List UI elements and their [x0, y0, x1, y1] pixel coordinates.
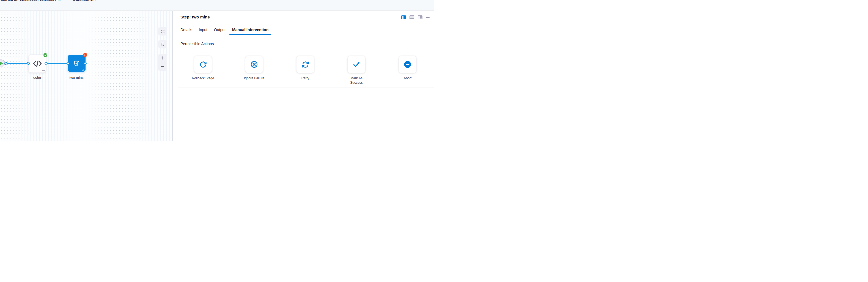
action-label: Ignore Failure: [242, 76, 267, 81]
abort-icon: [403, 60, 412, 68]
mark-as-success-icon: [352, 60, 361, 68]
zoom-in-button[interactable]: [158, 54, 167, 62]
script-corner-icon: </>: [82, 69, 84, 71]
port-echo-out: [44, 62, 47, 65]
ignore-failure-button[interactable]: Ignore Failure: [245, 56, 263, 73]
zoom-controls: [158, 54, 167, 71]
step-node-two-mins[interactable]: </>: [68, 55, 86, 72]
node-label-two-mins: two mins: [63, 76, 90, 80]
tab-manual-intervention[interactable]: Manual Intervention: [229, 25, 272, 35]
shield-check-icon: [72, 59, 81, 67]
zoom-out-icon: [161, 64, 165, 68]
port-start-out: [4, 62, 7, 65]
rollback-stage-icon: [199, 61, 207, 68]
step-node-echo[interactable]: </>: [28, 55, 46, 73]
action-label: Rollback Stage: [190, 76, 216, 81]
ignore-failure-icon: [250, 61, 258, 68]
tab-input[interactable]: Input: [195, 25, 211, 35]
marquee-select-button[interactable]: [158, 40, 167, 49]
step-panel-tabs: Details Input Output Manual Intervention: [173, 24, 434, 35]
fit-view-button[interactable]: [158, 27, 167, 35]
code-icon: [33, 59, 42, 68]
abort-button[interactable]: Abort: [399, 56, 417, 73]
tab-details[interactable]: Details: [177, 25, 195, 35]
zoom-out-button[interactable]: [158, 62, 167, 71]
layout-split-right-icon[interactable]: [401, 16, 406, 19]
panel-title: Step: two mins: [180, 15, 210, 19]
pipeline-canvas[interactable]: </> echo </> two mins: [0, 11, 173, 141]
started-at-label: Started at: 11/28/2022, 12:01:00 PM: [1, 0, 61, 2]
port-twomins-out: [84, 62, 87, 65]
connector-start-echo: [6, 63, 29, 64]
node-label-echo: echo: [23, 76, 51, 80]
retry-button[interactable]: Retry: [296, 56, 314, 73]
port-twomins-in: [67, 62, 69, 65]
marquee-select-icon: [161, 43, 165, 47]
script-corner-icon: </>: [42, 70, 44, 72]
execution-meta-strip: Started at: 11/28/2022, 12:01:00 PM Dura…: [0, 0, 434, 10]
action-label: Mark As Success: [344, 76, 369, 85]
play-icon: [0, 62, 3, 65]
duration-label: Duration: 1m: [73, 0, 95, 2]
success-badge-icon: [43, 53, 47, 57]
zoom-in-icon: [161, 56, 165, 60]
mark-as-success-button[interactable]: Mark As Success: [347, 56, 366, 73]
minimize-icon[interactable]: [426, 17, 430, 18]
layout-inset-right-icon[interactable]: [418, 16, 423, 19]
retry-icon: [302, 61, 309, 68]
fit-view-icon: [161, 29, 165, 34]
connector-echo-twomins: [46, 63, 68, 64]
layout-bottom-icon[interactable]: [409, 16, 414, 19]
permissible-actions-heading: Permissible Actions: [180, 41, 214, 46]
tab-output[interactable]: Output: [211, 25, 229, 35]
action-label: Retry: [292, 76, 318, 81]
waiting-timeout-badge-icon: [83, 53, 87, 57]
rollback-stage-button[interactable]: Rollback Stage: [194, 56, 212, 73]
action-label: Abort: [395, 76, 420, 81]
panel-window-controls: [401, 16, 430, 19]
port-echo-in: [27, 62, 30, 65]
step-details-panel: Step: two mins: [173, 11, 434, 141]
permissible-actions-row: Rollback Stage Ignore Failure: [194, 56, 417, 73]
pipeline-execution-screen: Started at: 11/28/2022, 12:01:00 PM Dura…: [0, 0, 434, 141]
